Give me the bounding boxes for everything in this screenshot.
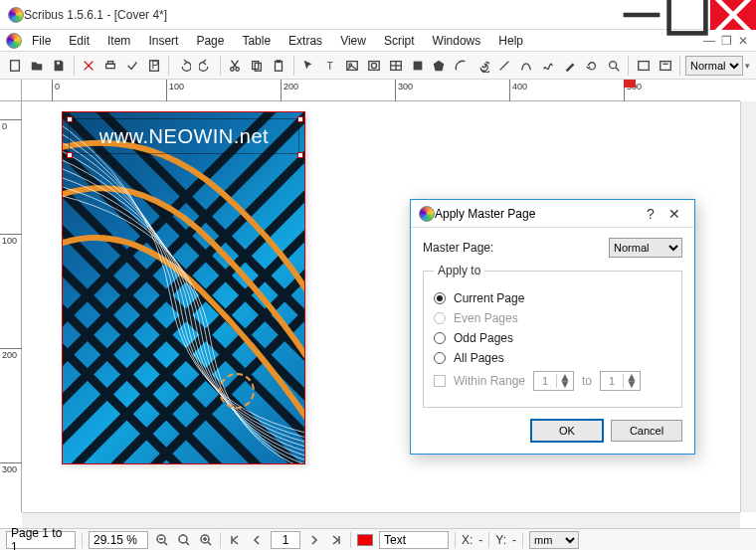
menu-file[interactable]: File <box>24 32 59 50</box>
select-icon[interactable] <box>299 55 318 77</box>
page-first-icon[interactable] <box>227 532 243 548</box>
pdf-icon[interactable]: P <box>144 55 163 77</box>
zoom-out-icon[interactable] <box>154 532 170 548</box>
bezier-icon[interactable] <box>517 55 536 77</box>
shape-icon[interactable] <box>408 55 427 77</box>
paste-icon[interactable] <box>270 55 288 77</box>
menu-extras[interactable]: Extras <box>281 32 330 50</box>
edit-text-icon[interactable] <box>656 55 674 77</box>
menu-windows[interactable]: Windows <box>425 32 489 50</box>
page-prev-icon[interactable] <box>249 532 265 548</box>
calligraphic-icon[interactable] <box>561 55 580 77</box>
vertical-scrollbar[interactable] <box>740 101 756 512</box>
layer-select[interactable]: Text <box>379 531 449 549</box>
dialog-close-button[interactable]: ✕ <box>662 206 686 222</box>
zoom-in-icon[interactable] <box>198 532 214 548</box>
text-frame-icon[interactable]: T <box>320 55 339 77</box>
unit-select[interactable]: mm <box>529 531 579 549</box>
page-artwork <box>63 112 304 463</box>
master-page-select[interactable]: Normal <box>609 238 682 258</box>
zoom-icon[interactable] <box>604 55 623 77</box>
preflight-icon[interactable] <box>122 55 141 77</box>
copy-icon[interactable] <box>248 55 267 77</box>
frame-handle[interactable] <box>297 152 303 158</box>
svg-point-12 <box>231 67 235 71</box>
minimize-button[interactable] <box>619 0 664 30</box>
open-icon[interactable] <box>28 55 47 77</box>
ruler-marker[interactable] <box>624 80 636 88</box>
range-from-spinner[interactable]: ▲▼ <box>533 371 574 391</box>
undo-icon[interactable] <box>174 55 193 77</box>
doc-window-controls: — ❐ ✕ <box>703 34 756 48</box>
render-frame-icon[interactable] <box>364 55 383 77</box>
polygon-icon[interactable] <box>430 55 449 77</box>
zoom-input[interactable]: 29.15 % <box>89 531 148 549</box>
menu-view[interactable]: View <box>332 32 374 50</box>
save-icon[interactable] <box>50 55 69 77</box>
frame-handle[interactable] <box>297 116 303 122</box>
menu-page[interactable]: Page <box>188 32 232 50</box>
cancel-button[interactable]: Cancel <box>611 420 682 442</box>
layer-color-swatch[interactable] <box>357 534 373 546</box>
app-icon <box>8 7 24 23</box>
frame-handle[interactable] <box>67 152 73 158</box>
doc-minimize-icon[interactable]: — <box>703 34 715 48</box>
horizontal-scrollbar[interactable] <box>22 512 740 528</box>
radio-icon <box>434 292 446 304</box>
range-to-spinner[interactable]: ▲▼ <box>600 371 641 391</box>
new-icon[interactable] <box>6 55 25 77</box>
close-doc-icon[interactable] <box>80 55 98 77</box>
redo-icon[interactable] <box>196 55 215 77</box>
menu-help[interactable]: Help <box>490 32 531 50</box>
radio-current-page[interactable]: Current Page <box>434 291 671 305</box>
svg-line-57 <box>208 542 211 545</box>
horizontal-ruler[interactable]: 0 100 200 300 400 500 <box>22 80 740 101</box>
page-number-input[interactable]: 1 <box>271 531 300 549</box>
menu-edit[interactable]: Edit <box>61 32 97 50</box>
rotate-icon[interactable] <box>582 55 601 77</box>
page-next-icon[interactable] <box>306 532 322 548</box>
page-info: Page 1 to 1 <box>6 531 76 549</box>
cut-icon[interactable] <box>226 55 245 77</box>
window-title: Scribus 1.5.6.1 - [Cover 4*] <box>24 8 619 22</box>
doc-close-icon[interactable]: ✕ <box>738 34 748 48</box>
radio-all-pages[interactable]: All Pages <box>434 351 671 365</box>
radio-odd-pages[interactable]: Odd Pages <box>434 331 671 345</box>
spiral-icon[interactable] <box>473 55 492 77</box>
menu-table[interactable]: Table <box>234 32 279 50</box>
within-range-row: Within Range ▲▼ to ▲▼ <box>434 371 671 391</box>
zoom-reset-icon[interactable] <box>176 532 192 548</box>
ok-button[interactable]: OK <box>531 420 603 442</box>
ruler-corner <box>0 80 22 101</box>
arc-icon[interactable] <box>452 55 471 77</box>
doc-restore-icon[interactable]: ❐ <box>721 34 732 48</box>
image-frame-icon[interactable] <box>342 55 361 77</box>
vertical-ruler[interactable]: 0 100 200 300 <box>0 101 22 512</box>
menu-script[interactable]: Script <box>376 32 423 50</box>
svg-rect-5 <box>57 61 61 65</box>
menu-insert[interactable]: Insert <box>140 32 186 50</box>
freehand-icon[interactable] <box>539 55 558 77</box>
close-button[interactable] <box>710 0 756 30</box>
svg-rect-34 <box>660 61 670 70</box>
dialog-titlebar[interactable]: Apply Master Page ? ✕ <box>411 200 694 228</box>
svg-marker-29 <box>434 60 445 71</box>
frame-handle[interactable] <box>67 116 73 122</box>
maximize-button[interactable] <box>664 0 710 30</box>
edit-contents-icon[interactable] <box>634 55 653 77</box>
print-icon[interactable] <box>101 55 120 77</box>
svg-rect-28 <box>413 61 422 70</box>
radio-icon <box>434 352 446 364</box>
display-mode-select[interactable]: Normal <box>685 56 743 76</box>
page-last-icon[interactable] <box>328 532 344 548</box>
checkbox-icon[interactable] <box>434 375 446 387</box>
menu-item-menu[interactable]: Item <box>99 32 138 50</box>
line-icon[interactable] <box>495 55 514 77</box>
y-value: - <box>512 533 516 547</box>
dialog-help-button[interactable]: ? <box>639 206 662 222</box>
table-icon[interactable] <box>386 55 405 77</box>
headline-text-frame[interactable]: www.NEOWIN.net <box>69 118 299 154</box>
document-page[interactable]: www.NEOWIN.net <box>62 111 305 464</box>
svg-line-55 <box>186 542 189 545</box>
apply-to-group: Apply to Current Page Even Pages Odd Pag… <box>423 264 682 408</box>
